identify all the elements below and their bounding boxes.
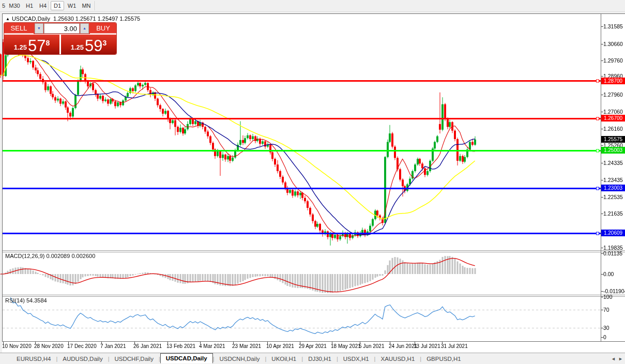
chart-symbol-label: USDCAD,Daily [12,16,50,22]
buy-price-big: 59 [85,39,102,53]
toolbar-separator [48,1,49,10]
price-level-badge: 1.20609 [601,230,625,236]
price-level-badge: 1.26700 [601,115,625,122]
volume-increase-button[interactable]: ▲ [80,23,89,34]
trading-terminal: 5M30H1H4D1W1MN ▲USDCAD,Daily 1.25630 1.2… [0,0,625,364]
volume-input[interactable] [44,23,80,34]
timeframe-button-w1[interactable]: W1 [66,2,78,10]
tab-usdchf[interactable]: USDCHF,Daily [110,355,159,363]
date-axis-label: 4 Mar 2021 [199,343,225,349]
sell-price-big: 57 [28,39,45,53]
date-axis-label: 5 Jun 2021 [359,343,385,349]
price-level-badge: 1.28700 [601,78,625,84]
buy-price-prefix: 1.25 [71,42,84,53]
rsi-axis-label: 0 [603,334,625,340]
rsi-axis-label: 70 [603,307,625,313]
date-axis-label: 10 Apr 2021 [266,343,294,349]
rsi-axis-label: 30 [603,325,625,331]
price-axis-label: 1.29760 [603,57,625,64]
price-level-badge: 1.23003 [601,185,625,191]
price-axis-label: 1.26160 [603,126,625,132]
price-chart-canvas[interactable] [0,0,625,364]
date-axis-label: 13 Jul 2021 [414,343,440,349]
macd-label: MACD(12,26,9) 0.002089 0.002600 [5,253,95,259]
date-axis-label: 29 Apr 2021 [299,343,327,349]
price-axis-label: 1.24335 [603,160,625,166]
price-axis-label: 1.22535 [603,194,625,200]
date-axis-label: 24 Jun 2021 [389,343,417,349]
tabs-scroll-left-icon[interactable]: ◄ [611,356,616,361]
sell-price-pip: 8 [46,40,50,46]
date-axis-label: 31 Jul 2021 [441,343,468,349]
price-axis-label: 1.21635 [603,210,625,217]
tab-usdcad[interactable]: USDCAD,Daily [160,353,213,363]
timeframe-button-5[interactable]: 5 [1,2,6,10]
timeframe-toolbar: 5M30H1H4D1W1MN [0,0,625,12]
timeframe-button-m30[interactable]: M30 [7,2,22,10]
buy-button[interactable]: BUY [90,23,116,34]
date-axis-label: 26 Jan 2021 [133,343,162,349]
sell-price-prefix: 1.25 [14,42,27,53]
toolbar-separator [95,1,96,10]
timeframe-button-d1[interactable]: D1 [51,1,64,10]
buy-price-pip: 3 [103,40,107,46]
date-axis-label: 7 Jan 2021 [100,343,126,349]
date-axis-label: 17 Dec 2020 [67,343,97,349]
price-axis-label: 1.30660 [603,41,625,47]
tab-ukoil[interactable]: UKOil,H1 [266,355,301,363]
timeframe-button-mn[interactable]: MN [80,2,93,10]
volume-decrease-button[interactable]: ▼ [35,23,43,34]
buy-price-box[interactable]: 1.25 59 3 [61,35,116,54]
price-axis-label: 1.31585 [603,23,625,29]
tab-usdx[interactable]: USDX,H1 [338,355,374,363]
price-level-badge: 1.25575 [601,136,625,143]
tab-eurusd[interactable]: EURUSD,H4 [11,355,56,363]
price-axis-label: 1.23435 [603,177,625,183]
one-click-trading-widget: SELL ▼ ▲ BUY 1.25 57 8 1.25 59 3 [4,23,116,54]
timeframe-button-h4[interactable]: H4 [37,2,49,10]
tab-gbpusd[interactable]: GBPUSD,H1 [421,355,466,363]
date-axis-label: 23 Mar 2021 [232,343,261,349]
macd-axis-label: 0.00 [603,271,625,277]
date-axis-label: 18 May 2021 [331,343,361,349]
rsi-label: RSI(14) 54.3584 [5,297,47,304]
date-axis-label: 28 Nov 2020 [34,343,64,349]
chart-title: ▲USDCAD,Daily 1.25630 1.25671 1.25497 1.… [6,16,140,22]
rsi-axis-label: 100 [603,294,625,300]
date-axis-label: 10 Nov 2020 [2,343,32,349]
timeframe-button-h1[interactable]: H1 [24,2,35,10]
price-axis-label: 1.27060 [603,109,625,115]
symbol-tab-strip: EURUSD,H4|AUDUSD,Daily|USDCHF,Daily|USDC… [0,353,625,364]
tab-dj30[interactable]: DJ30,H1 [303,355,337,363]
tab-xauusd[interactable]: XAUUSD,H1 [375,355,420,363]
chart-ohlc-values: 1.25630 1.25671 1.25497 1.25575 [53,16,140,22]
tab-usdcnh[interactable]: USDCNH,Daily [215,355,265,363]
tabs-scroll-right-icon[interactable]: ► [618,356,623,361]
collapse-triangle-icon[interactable]: ▲ [6,17,10,21]
sell-price-box[interactable]: 1.25 57 8 [4,35,59,54]
tab-audusd[interactable]: AUDUSD,Daily [57,355,108,363]
price-level-badge: 1.25003 [601,147,625,154]
date-axis-label: 13 Feb 2021 [166,343,195,349]
macd-axis-label: 0.01135 [603,250,625,256]
sell-button[interactable]: SELL [4,23,34,34]
price-axis-label: 1.27960 [603,92,625,98]
